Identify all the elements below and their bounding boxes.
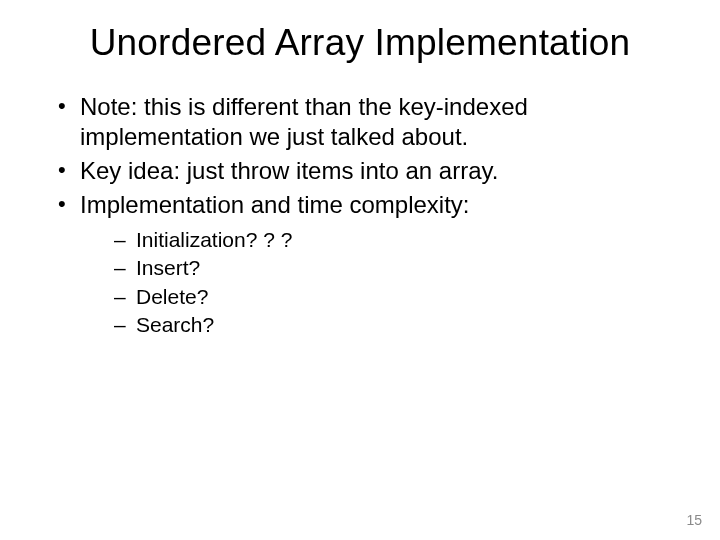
sub-bullet-item: Insert? (114, 254, 666, 282)
sub-bullet-item: Search? (114, 311, 666, 339)
slide-body: Note: this is different than the key-ind… (0, 64, 720, 339)
sub-bullet-list: Initialization? ? ? Insert? Delete? Sear… (80, 226, 666, 339)
sub-bullet-item: Initialization? ? ? (114, 226, 666, 254)
page-number: 15 (686, 512, 702, 528)
bullet-list: Note: this is different than the key-ind… (54, 92, 666, 339)
bullet-item: Implementation and time complexity: Init… (54, 190, 666, 339)
bullet-text: Implementation and time complexity: (80, 191, 470, 218)
slide-title: Unordered Array Implementation (0, 0, 720, 64)
bullet-item: Key idea: just throw items into an array… (54, 156, 666, 186)
sub-bullet-item: Delete? (114, 283, 666, 311)
slide: Unordered Array Implementation Note: thi… (0, 0, 720, 540)
bullet-item: Note: this is different than the key-ind… (54, 92, 666, 152)
